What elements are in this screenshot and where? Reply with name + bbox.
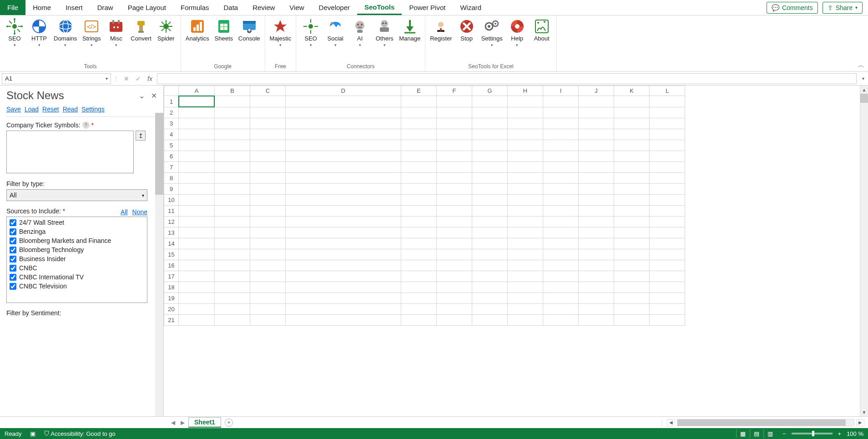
cell[interactable] <box>472 162 508 173</box>
help-icon[interactable]: ? <box>82 121 90 129</box>
cell[interactable] <box>437 151 472 162</box>
cell[interactable] <box>579 195 614 206</box>
cell[interactable] <box>286 227 401 238</box>
cell[interactable] <box>401 238 437 249</box>
cell[interactable] <box>401 162 437 173</box>
hscroll-left-icon[interactable]: ◀ <box>667 419 675 426</box>
cell[interactable] <box>250 173 286 184</box>
select-all-corner[interactable] <box>164 86 179 96</box>
source-checkbox[interactable] <box>10 265 16 272</box>
cell[interactable] <box>179 151 215 162</box>
cell[interactable] <box>472 260 508 271</box>
cell[interactable] <box>250 151 286 162</box>
tab-view[interactable]: View <box>282 0 311 15</box>
tab-file[interactable]: File <box>0 0 25 15</box>
tab-wizard[interactable]: Wizard <box>453 0 489 15</box>
cell[interactable] <box>286 271 401 282</box>
cell[interactable] <box>508 184 543 195</box>
cell[interactable] <box>437 315 472 326</box>
row-header[interactable]: 16 <box>164 260 179 271</box>
cell[interactable] <box>179 184 215 195</box>
zoom-slider[interactable] <box>792 433 833 434</box>
row-header[interactable]: 7 <box>164 162 179 173</box>
cell[interactable] <box>543 249 579 260</box>
cell[interactable] <box>437 96 472 107</box>
cell[interactable] <box>508 96 543 107</box>
taskpane-dropdown-icon[interactable]: ⌄ <box>139 91 145 100</box>
cell[interactable] <box>508 227 543 238</box>
horizontal-scrollbar[interactable] <box>677 419 854 426</box>
cell[interactable] <box>179 162 215 173</box>
cell[interactable] <box>437 107 472 118</box>
ribbon-seo[interactable]: SEO▾ <box>4 17 25 48</box>
sheet-tab[interactable]: Sheet1 <box>188 417 221 428</box>
cell[interactable] <box>286 151 401 162</box>
cell[interactable] <box>543 129 579 140</box>
cell[interactable] <box>215 304 250 315</box>
cell[interactable] <box>286 118 401 129</box>
source-item[interactable]: Bloomberg Technology <box>8 245 146 254</box>
cell[interactable] <box>250 227 286 238</box>
cell[interactable] <box>250 195 286 206</box>
macro-icon[interactable]: ▣ <box>30 430 35 437</box>
cell[interactable] <box>437 260 472 271</box>
ribbon-settings[interactable]: Settings▾ <box>480 17 504 48</box>
cell[interactable] <box>508 206 543 217</box>
row-header[interactable]: 17 <box>164 271 179 282</box>
tab-home[interactable]: Home <box>25 0 58 15</box>
cell[interactable] <box>179 249 215 260</box>
row-header[interactable]: 9 <box>164 184 179 195</box>
cell[interactable] <box>508 173 543 184</box>
ribbon-about[interactable]: About <box>531 17 553 48</box>
cell[interactable] <box>286 315 401 326</box>
cell[interactable] <box>472 271 508 282</box>
cell[interactable] <box>179 304 215 315</box>
cell[interactable] <box>472 118 508 129</box>
name-box[interactable]: A1 ▾ <box>2 73 111 84</box>
column-header[interactable]: D <box>286 86 401 96</box>
cell[interactable] <box>543 271 579 282</box>
cell[interactable] <box>437 129 472 140</box>
cell[interactable] <box>614 304 650 315</box>
taskpane-close-icon[interactable]: ✕ <box>151 91 157 100</box>
cell[interactable] <box>472 304 508 315</box>
vscroll-thumb[interactable] <box>860 94 868 103</box>
source-checkbox[interactable] <box>10 247 16 253</box>
cell[interactable] <box>401 304 437 315</box>
cell[interactable] <box>401 315 437 326</box>
cell[interactable] <box>579 315 614 326</box>
cell[interactable] <box>650 96 685 107</box>
cell[interactable] <box>215 282 250 293</box>
cell[interactable] <box>215 293 250 304</box>
ribbon-convert[interactable]: Convert <box>130 17 152 48</box>
cell[interactable] <box>286 217 401 227</box>
row-header[interactable]: 13 <box>164 227 179 238</box>
cell[interactable] <box>543 206 579 217</box>
cell[interactable] <box>543 282 579 293</box>
cell[interactable] <box>650 151 685 162</box>
cell[interactable] <box>215 107 250 118</box>
view-pagelayout-icon[interactable]: ▤ <box>750 429 763 438</box>
row-header[interactable]: 1 <box>164 96 179 107</box>
cell[interactable] <box>614 206 650 217</box>
cell[interactable] <box>650 107 685 118</box>
cell[interactable] <box>543 293 579 304</box>
cell[interactable] <box>250 293 286 304</box>
cell[interactable] <box>401 173 437 184</box>
cell[interactable] <box>508 304 543 315</box>
cell[interactable] <box>250 129 286 140</box>
cell[interactable] <box>250 271 286 282</box>
scroll-up-icon[interactable]: ▲ <box>860 86 868 94</box>
cell[interactable] <box>401 249 437 260</box>
tab-insert[interactable]: Insert <box>58 0 90 15</box>
cell[interactable] <box>286 238 401 249</box>
cell[interactable] <box>215 238 250 249</box>
taskpane-link-load[interactable]: Load <box>25 106 39 113</box>
cell[interactable] <box>215 173 250 184</box>
cell[interactable] <box>215 140 250 151</box>
ribbon-console[interactable]: Console <box>237 17 261 48</box>
cell[interactable] <box>543 151 579 162</box>
cell[interactable] <box>250 217 286 227</box>
cell[interactable] <box>579 304 614 315</box>
cell[interactable] <box>650 162 685 173</box>
